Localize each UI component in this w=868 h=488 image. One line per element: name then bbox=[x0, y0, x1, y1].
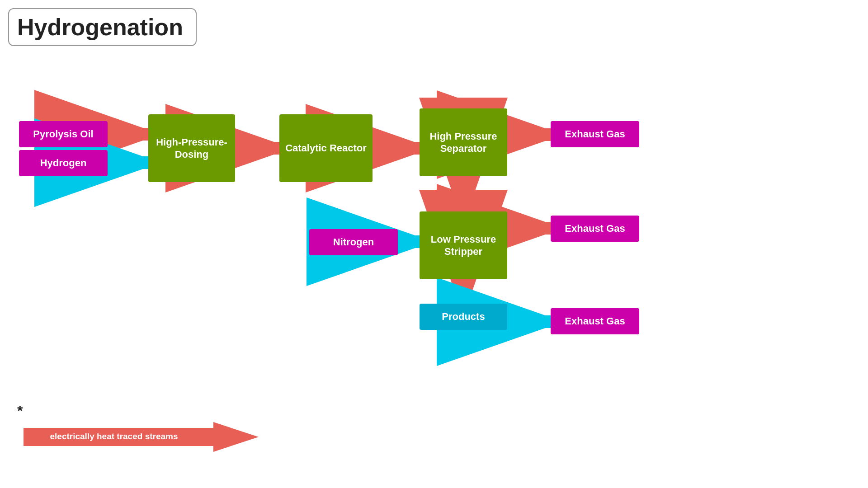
exhaust-gas-1-box: Exhaust Gas bbox=[551, 121, 639, 147]
exhaust-gas-3-box: Exhaust Gas bbox=[551, 308, 639, 334]
catalytic-reactor-box: Catalytic Reactor bbox=[279, 114, 373, 182]
page-title: Hydrogenation bbox=[17, 14, 183, 40]
products-box: Products bbox=[420, 304, 507, 330]
high-pressure-dosing-box: High-Pressure-Dosing bbox=[148, 114, 235, 182]
legend-asterisk: * bbox=[17, 403, 23, 419]
hydrogen-box: Hydrogen bbox=[19, 150, 108, 176]
legend-container: electrically heat traced streams bbox=[24, 422, 259, 452]
legend-label: electrically heat traced streams bbox=[50, 432, 178, 441]
legend-arrow-svg: electrically heat traced streams bbox=[24, 422, 259, 452]
high-pressure-separator-box: High Pressure Separator bbox=[420, 108, 507, 176]
exhaust-gas-2-box: Exhaust Gas bbox=[551, 216, 639, 242]
low-pressure-stripper-box: Low Pressure Stripper bbox=[420, 211, 507, 279]
nitrogen-box: Nitrogen bbox=[309, 229, 398, 255]
title-box: Hydrogenation bbox=[8, 8, 197, 46]
pyrolysis-oil-box: Pyrolysis Oil bbox=[19, 121, 108, 147]
